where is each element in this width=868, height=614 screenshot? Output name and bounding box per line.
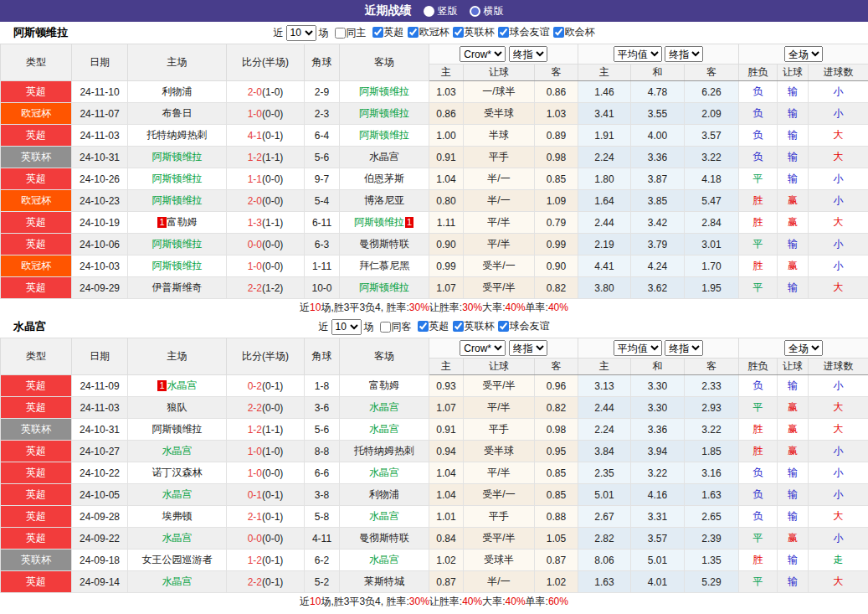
result-goals: 大 bbox=[809, 125, 868, 147]
home-team[interactable]: 利物浦 bbox=[128, 81, 227, 103]
home-team[interactable]: 埃弗顿 bbox=[128, 506, 227, 528]
same-venue-checkbox[interactable] bbox=[380, 322, 391, 333]
final-odds-select-2[interactable]: 终指 bbox=[665, 340, 703, 356]
result-win-loss: 平 bbox=[739, 234, 778, 255]
home-team[interactable]: 女王公园巡游者 bbox=[128, 550, 227, 571]
away-team[interactable]: 水晶宫 bbox=[340, 147, 429, 168]
result-goals: 小 bbox=[809, 255, 868, 277]
league-filter-英联杯[interactable]: 英联杯 bbox=[453, 319, 495, 333]
home-team[interactable]: 伊普斯维奇 bbox=[128, 277, 227, 299]
fullmatch-select[interactable]: 全场 bbox=[784, 46, 823, 62]
league-checkbox[interactable] bbox=[553, 27, 564, 38]
handicap-away-odds: 1.09 bbox=[535, 190, 578, 212]
recent-count-select[interactable]: 10 bbox=[286, 25, 316, 41]
result-win-loss: 负 bbox=[739, 484, 778, 506]
league-checkbox[interactable] bbox=[498, 321, 509, 332]
league-filter-英超[interactable]: 英超 bbox=[418, 319, 449, 333]
home-team[interactable]: 阿斯顿维拉 bbox=[128, 147, 227, 168]
home-team[interactable]: 1富勒姆 bbox=[128, 212, 227, 234]
home-team[interactable]: 水晶宫 bbox=[128, 484, 227, 506]
home-team[interactable]: 狼队 bbox=[128, 397, 227, 419]
radio-selected-icon[interactable] bbox=[424, 6, 434, 17]
away-team[interactable]: 阿斯顿维拉 bbox=[340, 125, 429, 147]
league-filter-球会友谊[interactable]: 球会友谊 bbox=[498, 25, 550, 39]
away-team[interactable]: 曼彻斯特联 bbox=[340, 528, 429, 550]
league-filter-欧冠杯[interactable]: 欧冠杯 bbox=[408, 25, 449, 39]
home-team[interactable]: 阿斯顿维拉 bbox=[128, 168, 227, 190]
fullmatch-select[interactable]: 全场 bbox=[784, 340, 823, 356]
section-team-title: 水晶宫 bbox=[13, 319, 46, 334]
league-checkbox[interactable] bbox=[418, 321, 429, 332]
avg-draw-odds: 4.00 bbox=[631, 125, 685, 147]
result-goals: 小 bbox=[809, 484, 868, 506]
recent-count-select[interactable]: 10 bbox=[331, 319, 362, 335]
corner-score: 5-6 bbox=[305, 419, 340, 441]
same-venue-checkbox[interactable] bbox=[335, 28, 346, 39]
layout-radio-vertical[interactable]: 竖版 bbox=[424, 4, 458, 18]
away-team[interactable]: 托特纳姆热刺 bbox=[340, 441, 429, 462]
away-team[interactable]: 阿斯顿维拉1 bbox=[340, 212, 429, 234]
average-odds-select[interactable]: 平均值 bbox=[614, 46, 662, 62]
home-team[interactable]: 阿斯顿维拉 bbox=[128, 234, 227, 255]
away-team[interactable]: 莱斯特城 bbox=[340, 571, 429, 593]
home-team[interactable]: 托特纳姆热刺 bbox=[128, 125, 227, 147]
away-team[interactable]: 博洛尼亚 bbox=[340, 190, 429, 212]
final-odds-select-2[interactable]: 终指 bbox=[665, 46, 703, 62]
avg-away-odds: 1.35 bbox=[685, 550, 739, 571]
league-checkbox[interactable] bbox=[453, 321, 464, 332]
league-type-badge: 英超 bbox=[1, 397, 72, 419]
away-team[interactable]: 富勒姆 bbox=[340, 375, 429, 397]
score-halftime: 2-1(0-1) bbox=[227, 506, 305, 528]
result-win-loss: 平 bbox=[739, 277, 778, 299]
away-team[interactable]: 水晶宫 bbox=[340, 550, 429, 571]
home-team[interactable]: 阿斯顿维拉 bbox=[128, 190, 227, 212]
score-halftime: 0-0(0-0) bbox=[227, 234, 305, 255]
league-type-badge: 欧冠杯 bbox=[1, 255, 72, 277]
final-odds-select[interactable]: 终指 bbox=[509, 46, 547, 62]
away-team[interactable]: 拜仁慕尼黑 bbox=[340, 255, 429, 277]
sub-avg-away: 客 bbox=[685, 64, 739, 81]
away-team[interactable]: 阿斯顿维拉 bbox=[340, 103, 429, 125]
league-checkbox[interactable] bbox=[372, 27, 383, 38]
same-venue-filter[interactable]: 同主 bbox=[335, 26, 367, 40]
away-team[interactable]: 水晶宫 bbox=[340, 462, 429, 484]
score-halftime: 1-0(0-0) bbox=[227, 103, 305, 125]
league-filter-英联杯[interactable]: 英联杯 bbox=[453, 25, 495, 39]
match-date: 24-09-22 bbox=[72, 528, 128, 550]
result-win-loss: 负 bbox=[739, 125, 778, 147]
away-team[interactable]: 伯恩茅斯 bbox=[340, 168, 429, 190]
away-team[interactable]: 水晶宫 bbox=[340, 506, 429, 528]
away-team[interactable]: 利物浦 bbox=[340, 484, 429, 506]
radio-unselected-icon[interactable] bbox=[470, 6, 480, 17]
league-checkbox[interactable] bbox=[498, 27, 509, 38]
home-team[interactable]: 诺丁汉森林 bbox=[128, 462, 227, 484]
away-team[interactable]: 曼彻斯特联 bbox=[340, 234, 429, 255]
handicap-away-odds: 0.96 bbox=[535, 375, 578, 397]
away-team[interactable]: 阿斯顿维拉 bbox=[340, 277, 429, 299]
home-team[interactable]: 1水晶宫 bbox=[128, 375, 227, 397]
handicap-line: 受平/半 bbox=[464, 528, 535, 550]
league-filter-欧会杯[interactable]: 欧会杯 bbox=[553, 25, 595, 39]
odds-company-select[interactable]: Crow* bbox=[460, 46, 506, 62]
home-team[interactable]: 阿斯顿维拉 bbox=[128, 419, 227, 441]
league-filter-英超[interactable]: 英超 bbox=[372, 25, 404, 39]
home-team[interactable]: 阿斯顿维拉 bbox=[128, 255, 227, 277]
away-team[interactable]: 水晶宫 bbox=[340, 419, 429, 441]
away-team[interactable]: 水晶宫 bbox=[340, 397, 429, 419]
avg-home-odds: 1.64 bbox=[578, 190, 631, 212]
league-checkbox[interactable] bbox=[453, 27, 464, 38]
same-venue-filter[interactable]: 同客 bbox=[380, 320, 412, 334]
final-odds-select[interactable]: 终指 bbox=[509, 340, 547, 356]
league-checkbox[interactable] bbox=[408, 27, 419, 38]
layout-radio-horizontal[interactable]: 横版 bbox=[470, 4, 504, 18]
league-filter-球会友谊[interactable]: 球会友谊 bbox=[498, 319, 550, 333]
home-team[interactable]: 水晶宫 bbox=[128, 528, 227, 550]
average-odds-select[interactable]: 平均值 bbox=[614, 340, 662, 356]
home-team[interactable]: 水晶宫 bbox=[128, 441, 227, 462]
odds-company-select[interactable]: Crow* bbox=[460, 340, 506, 356]
home-team[interactable]: 布鲁日 bbox=[128, 103, 227, 125]
avg-draw-odds: 3.57 bbox=[631, 528, 685, 550]
away-team[interactable]: 阿斯顿维拉 bbox=[340, 81, 429, 103]
home-team[interactable]: 水晶宫 bbox=[128, 571, 227, 593]
avg-away-odds: 5.29 bbox=[685, 571, 739, 593]
